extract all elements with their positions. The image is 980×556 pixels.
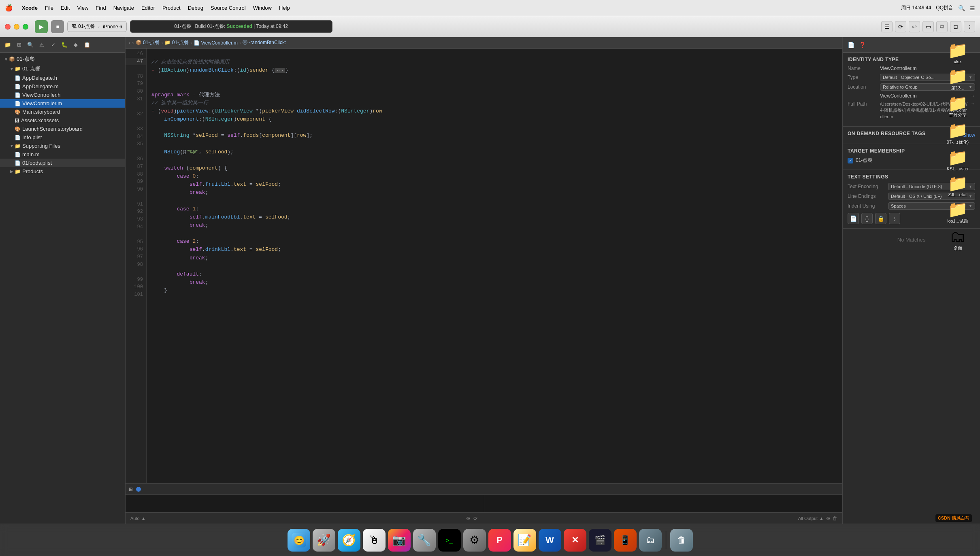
layout-triple[interactable]: ⊟	[950, 21, 961, 32]
search-icon[interactable]: 🔍	[958, 5, 965, 11]
dock-finder[interactable]: 😊	[288, 529, 310, 552]
sidebar-item-launch-storyboard[interactable]: 🎨 LaunchScreen.storyboard	[0, 125, 125, 133]
report-icon[interactable]: 📋	[83, 40, 92, 49]
sidebar-item-project[interactable]: ▼ 📦 01-点餐	[0, 54, 125, 64]
code-editor[interactable]: 46 47 78 79 80 81 82 83 84 85 86 87 88 8…	[126, 49, 842, 483]
menu-product[interactable]: Product	[162, 5, 181, 11]
sidebar-item-main-group[interactable]: ▼ 📁 01-点餐	[0, 64, 125, 74]
folder-desktop[interactable]: 🗂 桌面	[937, 227, 978, 253]
breadcrumb-folder[interactable]: 📁 01-点餐	[164, 39, 189, 46]
nav-forward[interactable]: ›	[132, 40, 134, 46]
file-icon-small[interactable]: 📄	[848, 213, 859, 224]
menu-xcode[interactable]: Xcode	[22, 5, 38, 11]
sidebar-item-appdelegate-h[interactable]: 📄 AppDelegate.h	[0, 74, 125, 82]
dock-xmind[interactable]: ✕	[564, 529, 586, 552]
dock-system-prefs[interactable]: ⚙	[463, 529, 486, 552]
filter-icon[interactable]: ⊛	[466, 516, 470, 521]
filter-btn[interactable]: ⊛	[826, 516, 830, 521]
folder-13[interactable]: 📁 第13...	[937, 66, 978, 93]
menu-debug[interactable]: Debug	[188, 5, 203, 11]
menu-editor[interactable]: Editor	[141, 5, 155, 11]
progress-icon[interactable]: ⟳	[473, 516, 477, 521]
folder-chedan[interactable]: 📁 车丹分享	[937, 93, 978, 120]
target-checkbox[interactable]: ✓	[848, 158, 853, 163]
menu-view[interactable]: View	[77, 5, 88, 11]
menu-source-control[interactable]: Source Control	[211, 5, 246, 11]
maximize-button[interactable]	[23, 24, 28, 30]
symbol-icon[interactable]: ⊞	[15, 40, 23, 49]
menubar-input-method[interactable]: QQ拼音	[936, 4, 953, 11]
scheme-selector[interactable]: 🏗 01-点餐 › iPhone 6	[67, 21, 127, 32]
sidebar-item-appdelegate-m[interactable]: 📄 AppDelegate.m	[0, 82, 125, 91]
inspector-toggle[interactable]: ⫶	[964, 21, 975, 32]
dock-photos[interactable]: 📷	[388, 529, 411, 552]
console-toggle[interactable]: ⊞	[129, 486, 133, 492]
sidebar-item-main-storyboard[interactable]: 🎨 Main.storyboard	[0, 108, 125, 116]
minimize-button[interactable]	[14, 24, 19, 30]
warning-icon[interactable]: ⚠	[37, 40, 46, 49]
breakpoint-icon[interactable]: ◆	[71, 40, 80, 49]
dock-safari[interactable]: 🧭	[338, 529, 360, 552]
nav-back[interactable]: ‹	[129, 40, 130, 46]
dock-pencil-app[interactable]: P	[488, 529, 511, 552]
dock-mouse[interactable]: 🖱	[363, 529, 386, 552]
folder-zjl[interactable]: 📁 ZJL...etail	[937, 174, 978, 199]
search-nav-icon[interactable]: 🔍	[26, 40, 35, 49]
dock-launchpad[interactable]: 🚀	[313, 529, 335, 552]
breadcrumb-method[interactable]: Ⓜ -randomBtnClick:	[243, 39, 286, 46]
menu-help[interactable]: Help	[279, 5, 290, 11]
dock-trash[interactable]: 🗑	[670, 529, 693, 552]
menu-edit[interactable]: Edit	[61, 5, 70, 11]
navigator-toggle[interactable]: ☰	[881, 21, 893, 32]
breadcrumb-file[interactable]: 📄 ViewController.m	[194, 40, 238, 46]
quick-help-icon[interactable]: ❓	[857, 40, 867, 50]
dock-terminal[interactable]: >_	[438, 529, 461, 552]
file-inspector-icon[interactable]: 📄	[846, 40, 856, 50]
sidebar-item-main-m[interactable]: 📄 main.m	[0, 150, 125, 159]
close-button[interactable]	[5, 24, 11, 30]
menu-window[interactable]: Window	[253, 5, 272, 11]
breadcrumb-project[interactable]: 📦 01-点餐	[136, 39, 160, 46]
dock-tools[interactable]: 🔧	[413, 529, 436, 552]
layout-single[interactable]: ▭	[922, 21, 934, 32]
sidebar-item-assets[interactable]: 🖼 Assets.xcassets	[0, 116, 125, 125]
dock-ppt-app[interactable]: 📱	[614, 529, 637, 552]
apple-menu[interactable]: 🍎	[5, 4, 13, 12]
dock-files[interactable]: 🗂	[639, 529, 662, 552]
sidebar-item-info-plist[interactable]: 📄 Info.plist	[0, 133, 125, 142]
folder-ksl[interactable]: 📁 KSL...aster	[937, 148, 978, 173]
sidebar-item-viewcontroller-m[interactable]: 📄 ViewController.m	[0, 99, 125, 108]
run-button[interactable]: ▶	[35, 20, 48, 33]
debug-content	[126, 495, 842, 512]
clear-btn[interactable]: 🗑	[833, 516, 837, 521]
sidebar-item-foods-plist[interactable]: 📄 01foods.plist	[0, 159, 125, 167]
split-icon[interactable]: ⫰	[889, 213, 900, 224]
sidebar-item-viewcontroller-h[interactable]: 📄 ViewController.h	[0, 91, 125, 99]
dock-resolve[interactable]: 🎬	[589, 529, 611, 552]
lock-icon[interactable]: 🔒	[875, 213, 886, 224]
debug-dot	[136, 487, 141, 492]
sidebar-item-products[interactable]: ▶ 📁 Products	[0, 167, 125, 176]
output-selector[interactable]: All Output ▲	[798, 516, 824, 521]
test-icon[interactable]: ✓	[49, 40, 58, 49]
dock-word[interactable]: W	[539, 529, 561, 552]
dock-separator	[666, 531, 666, 549]
menu-file[interactable]: File	[45, 5, 53, 11]
folder-icon[interactable]: 📁	[3, 40, 12, 49]
auto-complete[interactable]: Auto ▲	[130, 516, 146, 521]
folder-xlsx[interactable]: 📁 xlsx	[937, 40, 978, 66]
sidebar-item-supporting-files[interactable]: ▼ 📁 Supporting Files	[0, 142, 125, 150]
menu-icon[interactable]: ☰	[970, 5, 975, 11]
layout-split[interactable]: ⧉	[936, 21, 948, 32]
stop-button[interactable]: ■	[51, 20, 64, 33]
dock-notes[interactable]: 📝	[513, 529, 536, 552]
folder-07[interactable]: 📁 07-...(优化)	[937, 121, 978, 147]
menu-find[interactable]: Find	[96, 5, 106, 11]
back-forward[interactable]: ↩	[909, 21, 920, 32]
folder-ios1[interactable]: 📁 ios1...试题	[937, 199, 978, 226]
brace-icon[interactable]: {}	[861, 213, 873, 224]
code-text[interactable]: // 点击随机点餐按钮的时候调用 - (IBAction)randomBtnCl…	[147, 49, 842, 483]
refresh-button[interactable]: ⟳	[895, 21, 906, 32]
menu-navigate[interactable]: Navigate	[113, 5, 134, 11]
debug-icon[interactable]: 🐛	[60, 40, 69, 49]
